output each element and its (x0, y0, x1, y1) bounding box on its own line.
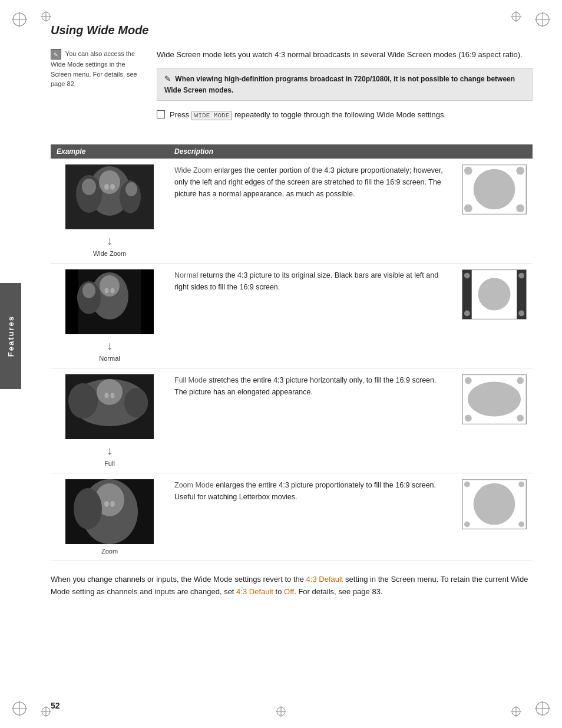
warning-icon: ✎ (164, 73, 171, 85)
svg-point-81 (518, 481, 524, 487)
svg-point-71 (517, 414, 524, 421)
bottom-link-3: Off (284, 587, 294, 596)
svg-rect-44 (141, 269, 154, 334)
note-icon: ✎ (51, 49, 61, 60)
svg-point-34 (104, 184, 109, 190)
svg-point-33 (125, 182, 137, 196)
wide-zoom-diagram (462, 164, 527, 215)
table-row: Zoom Zoom Mode enlarges the entire 4:3 p… (51, 473, 533, 561)
features-tab: Features (0, 283, 21, 389)
normal-mode-name: Normal (174, 271, 198, 279)
intro-section: ✎ You can also access the Wide Mode sett… (51, 49, 533, 133)
corner-mark-br1 (510, 706, 522, 717)
key-wide-mode: WIDE MODE (191, 111, 232, 120)
zoom-diagram-cell (456, 473, 533, 561)
zoom-image (65, 479, 154, 544)
full-mode-name: Full Mode (174, 376, 207, 384)
wide-zoom-image (65, 164, 154, 229)
mode-table: Example Description (51, 144, 533, 561)
svg-point-37 (474, 169, 515, 209)
svg-point-75 (74, 488, 102, 529)
intro-right: Wide Screen mode lets you watch 4:3 norm… (157, 49, 533, 133)
warning-box: ✎ When viewing high-definition programs … (157, 68, 533, 101)
corner-mark-br (534, 700, 551, 717)
corner-mark-bl2 (40, 706, 52, 717)
normal-desc-body: returns the 4:3 picture to its original … (174, 271, 438, 291)
full-desc-body: stretches the entire 4:3 picture horizon… (174, 376, 436, 396)
svg-point-41 (516, 204, 524, 212)
table-header-description: Description (168, 144, 456, 159)
zoom-diagram (462, 479, 527, 529)
normal-diagram-cell (456, 263, 533, 368)
svg-point-69 (517, 377, 524, 384)
bottom-paragraph: When you change channels or inputs, the … (51, 573, 533, 598)
svg-point-76 (104, 501, 109, 507)
wide-zoom-face-svg (65, 164, 154, 229)
bottom-text-4: . For details, see page 83. (294, 587, 382, 596)
svg-point-54 (478, 278, 511, 310)
svg-point-70 (465, 414, 472, 421)
down-arrow-1: ↓ (57, 232, 163, 250)
left-note-text: You can also access the Wide Mode settin… (51, 50, 137, 87)
normal-image (65, 269, 154, 334)
wide-zoom-mode-name: Wide Zoom (174, 166, 212, 174)
intro-left-note: ✎ You can also access the Wide Mode sett… (51, 49, 145, 133)
intro-text: Wide Screen mode lets you watch 4:3 norm… (157, 49, 533, 61)
wide-zoom-label: Wide Zoom (57, 250, 163, 257)
svg-point-39 (516, 166, 524, 174)
svg-point-48 (82, 283, 95, 298)
table-cell-image: ↓ Full (51, 368, 168, 473)
table-cell-image: ↓ Normal (51, 263, 168, 368)
page-number: 52 (51, 701, 60, 710)
table-row: ↓ Full Full Mode stretches the entire 4:… (51, 368, 533, 473)
side-tab-label: Features (6, 315, 15, 357)
svg-point-65 (111, 393, 115, 398)
press-instruction: Press WIDE MODE repeatedly to toggle thr… (157, 109, 533, 121)
svg-point-68 (465, 377, 472, 384)
zoom-desc: Zoom Mode enlarges the entire 4:3 pictur… (168, 473, 456, 561)
svg-rect-43 (65, 269, 78, 334)
table-cell-image: ↓ Wide Zoom (51, 159, 168, 263)
table-row: ↓ Normal Normal returns the 4:3 picture … (51, 263, 533, 368)
down-arrow-2: ↓ (57, 337, 163, 355)
svg-point-82 (464, 521, 470, 527)
svg-point-55 (464, 272, 470, 278)
svg-point-49 (105, 288, 109, 293)
bottom-link-2: 4:3 Default (236, 587, 273, 596)
svg-point-50 (111, 288, 115, 293)
svg-point-67 (468, 381, 521, 416)
zoom-desc-body: enlarges the entire 4:3 picture proporti… (174, 481, 436, 501)
zoom-label: Zoom (57, 548, 163, 555)
svg-point-40 (464, 204, 472, 212)
full-image (65, 374, 154, 439)
svg-point-80 (464, 481, 470, 487)
bottom-text-3: to (273, 587, 284, 596)
checkbox-icon (157, 110, 165, 118)
normal-desc: Normal returns the 4:3 picture to its or… (168, 263, 456, 368)
full-label: Full (57, 460, 163, 467)
table-header-diagram (456, 144, 533, 159)
table-cell-image: Zoom (51, 473, 168, 561)
svg-point-57 (464, 310, 470, 316)
svg-point-63 (124, 388, 148, 417)
svg-point-83 (518, 521, 524, 527)
full-diagram-cell (456, 368, 533, 473)
down-arrow-3: ↓ (57, 442, 163, 460)
svg-point-77 (110, 501, 115, 507)
wide-zoom-diagram-cell (456, 159, 533, 263)
svg-point-35 (110, 184, 115, 190)
wide-zoom-desc-body: enlarges the center portion of the 4:3 p… (174, 166, 443, 198)
svg-point-79 (474, 483, 515, 525)
svg-point-32 (82, 179, 96, 195)
table-row: ↓ Wide Zoom Wide Zoom enlarges the cente… (51, 159, 533, 263)
svg-point-38 (464, 166, 472, 174)
warning-text: When viewing high-definition programs br… (164, 75, 515, 94)
svg-point-47 (100, 275, 120, 297)
zoom-mode-name: Zoom Mode (174, 481, 214, 489)
bottom-link-1: 4:3 Default (306, 575, 343, 584)
press-text: Press WIDE MODE repeatedly to toggle thr… (170, 109, 446, 121)
corner-mark-bl (11, 700, 28, 717)
corner-mark-bc (275, 706, 287, 717)
svg-point-31 (99, 170, 120, 194)
svg-point-61 (97, 379, 123, 405)
